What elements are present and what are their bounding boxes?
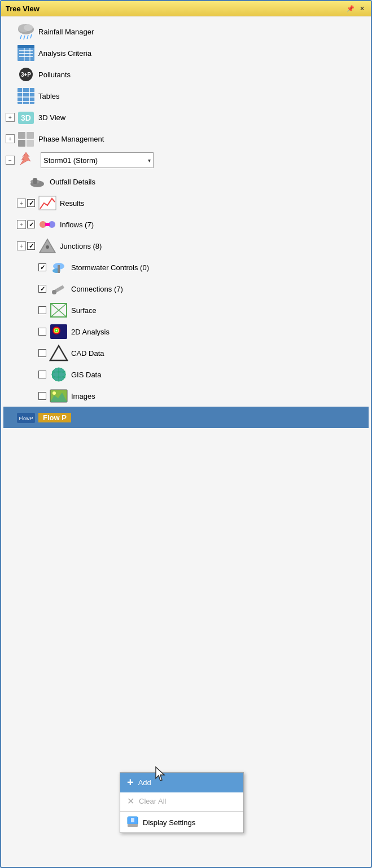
junctions-expander[interactable]: +: [17, 241, 26, 250]
context-menu-item-clear-all[interactable]: ✕ Clear All: [120, 792, 243, 810]
storm01-dropdown-arrow: ▾: [148, 157, 151, 164]
add-icon: +: [127, 776, 134, 789]
3d-view-expander[interactable]: +: [6, 113, 15, 122]
svg-point-35: [46, 245, 49, 249]
surface-checkbox[interactable]: [38, 306, 46, 314]
context-menu-item-add[interactable]: + Add: [120, 773, 243, 792]
storm01-dropdown-label: Storm01 (Storm): [43, 156, 98, 165]
pollutants-icon: 3+P: [16, 65, 36, 83]
tree-item-phase-management[interactable]: + Phase Management: [3, 128, 369, 149]
inflows-expander[interactable]: +: [17, 220, 26, 229]
2d-analysis-icon: [49, 323, 69, 341]
results-checkbox[interactable]: [27, 199, 35, 207]
tree-item-cad-data[interactable]: CAD Data: [26, 342, 369, 364]
images-label: Images: [71, 392, 95, 400]
cad-data-label: CAD Data: [71, 349, 104, 358]
phase-management-expander[interactable]: +: [6, 134, 15, 143]
svg-rect-30: [33, 178, 37, 184]
tree-item-outfall-details[interactable]: Outfall Details: [15, 171, 369, 192]
context-menu-separator: [120, 811, 243, 812]
tree-item-results[interactable]: + Results: [15, 192, 369, 214]
tree-view-window: Tree View 📌 ✕ Rainfall Manager: [0, 0, 372, 868]
tree-item-gis-data[interactable]: GIS Data: [26, 364, 369, 385]
results-expander[interactable]: +: [17, 199, 26, 208]
svg-rect-26: [18, 140, 25, 147]
context-menu-item-display-settings[interactable]: Display Settings: [120, 813, 243, 832]
flow-p-label: Flow P: [38, 413, 71, 422]
tree-item-2d-analysis[interactable]: 2D Analysis: [26, 321, 369, 342]
inflows-icon: [37, 215, 58, 233]
storm01-dropdown[interactable]: Storm01 (Storm) ▾: [41, 152, 154, 168]
tables-icon: [16, 87, 36, 105]
window-title: Tree View: [6, 5, 40, 13]
results-icon: [37, 194, 58, 212]
3d-view-label: 3D View: [38, 113, 65, 122]
junctions-label: Junctions (8): [60, 242, 102, 250]
cad-checkbox[interactable]: [38, 349, 46, 357]
svg-line-6: [30, 34, 32, 38]
svg-rect-31: [39, 196, 56, 210]
display-settings-icon: [127, 816, 138, 829]
outfall-details-icon: [27, 173, 47, 191]
junctions-icon: [37, 237, 58, 255]
display-settings-label: Display Settings: [143, 818, 195, 827]
svg-line-3: [20, 35, 21, 39]
outfall-details-label: Outfall Details: [50, 178, 95, 186]
tree-item-rainfall-manager[interactable]: Rainfall Manager: [3, 21, 369, 42]
tree-item-storm01[interactable]: − Storm01 (Storm) ▾: [3, 149, 369, 171]
junctions-checkbox[interactable]: [27, 242, 35, 250]
svg-rect-38: [58, 265, 60, 273]
results-label: Results: [60, 199, 84, 208]
svg-rect-27: [27, 140, 34, 147]
svg-rect-61: [131, 818, 134, 822]
svg-text:FlowP: FlowP: [19, 416, 33, 421]
tree-item-stormwater-controls[interactable]: Stormwater Controls (0): [26, 257, 369, 278]
images-checkbox[interactable]: [38, 392, 46, 400]
tree-item-inflows[interactable]: + Inflows (7): [15, 214, 369, 235]
analysis-criteria-icon: [16, 44, 36, 62]
cad-icon: [49, 344, 69, 362]
gis-data-label: GIS Data: [71, 371, 101, 379]
pollutants-label: Pollutants: [38, 71, 71, 79]
2d-analysis-checkbox[interactable]: [38, 328, 46, 336]
2d-analysis-label: 2D Analysis: [71, 328, 110, 336]
tree-item-3d-view[interactable]: + 3D 3D View: [3, 107, 369, 128]
tree-item-tables[interactable]: Tables: [3, 85, 369, 107]
rainfall-manager-label: Rainfall Manager: [38, 28, 94, 36]
clear-all-label: Clear All: [139, 797, 166, 805]
title-bar: Tree View 📌 ✕: [1, 1, 371, 16]
connections-icon: [49, 280, 69, 298]
stormwater-controls-label: Stormwater Controls (0): [71, 263, 149, 272]
tree-item-junctions[interactable]: + Junctions (8): [15, 235, 369, 257]
tree-container: Rainfall Manager Analysis Criteria: [1, 16, 371, 433]
tree-item-pollutants[interactable]: 3+P Pollutants: [3, 64, 369, 85]
tree-item-connections[interactable]: Connections (7): [26, 278, 369, 299]
connections-checkbox[interactable]: [38, 285, 46, 293]
flow-p-icon: FlowP: [16, 408, 36, 426]
svg-text:3D: 3D: [21, 113, 31, 122]
phase-management-icon: [16, 130, 36, 148]
svg-point-56: [52, 391, 56, 395]
context-menu: + Add ✕ Clear All Display Settings: [120, 772, 244, 833]
analysis-criteria-label: Analysis Criteria: [38, 49, 91, 58]
storm01-expander[interactable]: −: [6, 156, 15, 165]
svg-point-2: [24, 24, 33, 31]
close-button[interactable]: ✕: [357, 4, 366, 13]
title-bar-buttons: 📌 ✕: [346, 4, 366, 13]
tables-label: Tables: [38, 92, 60, 100]
rain-icon: [16, 23, 36, 41]
stormwater-checkbox[interactable]: [38, 263, 46, 271]
tree-item-analysis-criteria[interactable]: Analysis Criteria: [3, 42, 369, 64]
tree-item-surface[interactable]: Surface: [26, 299, 369, 321]
pin-button[interactable]: 📌: [346, 4, 355, 13]
tree-item-images[interactable]: Images: [26, 385, 369, 407]
svg-line-4: [24, 36, 25, 39]
surface-icon: [49, 301, 69, 319]
inflows-checkbox[interactable]: [27, 221, 35, 228]
gis-checkbox[interactable]: [38, 371, 46, 378]
images-icon: [49, 387, 69, 405]
svg-marker-49: [50, 346, 67, 360]
tree-item-flow-p[interactable]: FlowP Flow P: [3, 407, 369, 428]
surface-label: Surface: [71, 306, 97, 315]
svg-rect-25: [27, 132, 34, 139]
